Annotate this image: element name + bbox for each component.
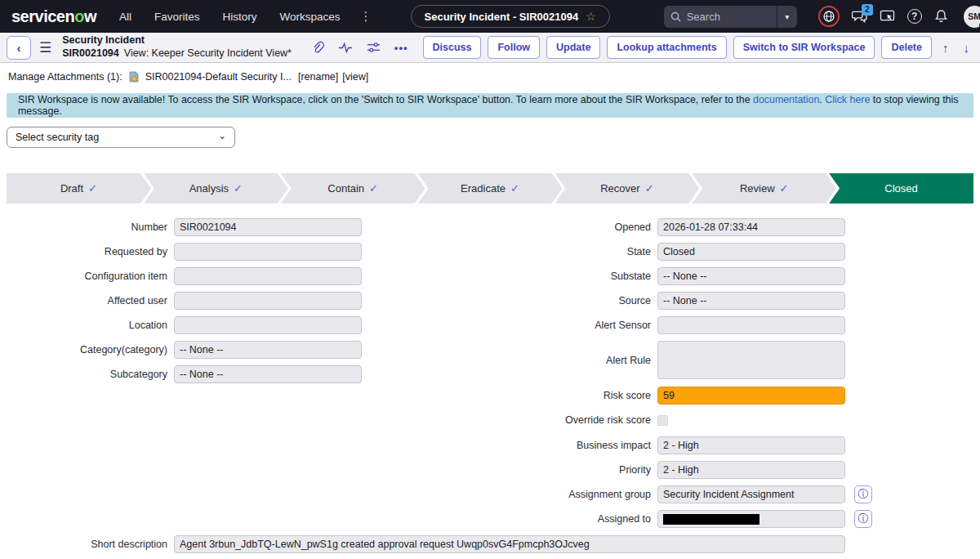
alert-rule-input[interactable] [657,341,845,379]
nav-item-all[interactable]: All [119,11,131,23]
user-avatar[interactable]: SM [964,6,980,28]
source-select[interactable]: -- None -- [657,292,845,310]
override-risk-score-checkbox[interactable] [657,415,668,426]
requested-by-input[interactable] [174,243,362,261]
number-input[interactable]: SIR0021094 [174,218,362,236]
field-label: Alert Sensor [490,320,651,331]
notifications-button[interactable] [934,9,948,24]
attachment-file-icon [128,71,140,83]
stage-label: Closed [884,182,917,195]
check-icon: ✓ [510,182,519,195]
record-number: SIR0021094 [62,47,119,59]
connect-chat-button[interactable]: 2 [852,10,867,24]
category-select[interactable]: -- None -- [174,341,362,359]
form-context-menu-icon[interactable]: ☰ [39,39,51,56]
current-record-pill[interactable]: Security Incident - SIR0021094 ☆ [411,5,610,28]
nav-item-workspaces[interactable]: Workspaces [280,11,341,23]
globe-icon [822,10,835,23]
more-options-icon[interactable]: ••• [394,42,408,54]
risk-score-input[interactable]: 59 [657,387,845,405]
back-button[interactable]: ‹ [7,36,31,60]
attachment-view-link[interactable]: [view] [342,71,368,83]
configuration-item-input[interactable] [174,267,362,285]
stage-review[interactable]: Review✓ [692,173,836,203]
discuss-button[interactable]: Discuss [423,36,482,59]
location-input[interactable] [174,316,362,334]
previous-record-icon[interactable]: ↑ [938,41,953,55]
follow-button[interactable]: Follow [488,36,540,59]
search-options-caret[interactable]: ▾ [777,6,797,28]
field-opened: Opened 2026-01-28 07:33:44 [490,218,980,236]
update-button[interactable]: Update [546,36,600,59]
stage-analysis[interactable]: Analysis✓ [144,173,288,203]
next-record-icon[interactable]: ↓ [960,41,974,55]
opened-input[interactable]: 2026-01-28 07:33:44 [657,218,845,236]
info-icon: ⓘ [858,487,869,502]
check-icon: ✓ [645,182,654,195]
help-button[interactable]: ? [907,9,922,24]
security-tag-select[interactable]: Select security tag ⌄ [7,127,235,148]
assigned-to-info-button[interactable]: ⓘ [854,510,872,528]
manage-attachments-row: Manage Attachments (1): SIR0021094-Defau… [0,63,980,90]
business-impact-select[interactable]: 2 - High [657,436,845,454]
lookup-attachments-button[interactable]: Lookup attachments [607,36,726,59]
activity-stream-icon[interactable] [338,42,353,54]
nav-item-favorites[interactable]: Favorites [154,11,200,23]
field-assignment-group: Assignment group Security Incident Assig… [490,485,980,503]
bell-icon [934,9,948,24]
stage-label: Eradicate [461,182,506,195]
click-here-link[interactable]: Click here [825,94,870,105]
check-icon: ✓ [369,182,378,195]
state-select[interactable]: Closed [657,243,845,261]
delete-button[interactable]: Delete [881,36,932,59]
form-left-column: Number SIR0021094 Requested by Configura… [0,218,490,390]
field-affected-user: Affected user [0,292,490,310]
documentation-link[interactable]: documentation [753,94,819,105]
field-number: Number SIR0021094 [0,218,490,236]
update-set-picker-highlight[interactable] [818,6,840,27]
field-label: Assigned to [490,513,651,525]
field-short-description: Short description Agent 3rbun_JdbTQ-LewN… [0,535,980,553]
stage-label: Draft [60,182,83,195]
virtual-agent-button[interactable] [880,10,895,23]
alert-sensor-input[interactable] [657,316,845,334]
stage-draft[interactable]: Draft✓ [7,173,151,203]
stage-recover[interactable]: Recover✓ [555,173,699,203]
favorite-star-icon[interactable]: ☆ [586,10,596,23]
sir-workspace-banner: SIR Workspace is now available! To acces… [7,93,973,118]
assignment-group-info-button[interactable]: ⓘ [854,485,872,503]
assigned-to-input[interactable] [657,510,845,528]
field-alert-sensor: Alert Sensor [490,316,980,334]
field-label: Category(category) [0,344,167,356]
attachment-file-name[interactable]: SIR0021094-Default Security I... [145,71,292,83]
view-label: View: Keeper Security Incident View* [124,47,292,59]
substate-select[interactable]: -- None -- [657,267,845,285]
nav-item-history[interactable]: History [223,11,257,23]
field-label: Number [0,221,167,233]
assignment-group-input[interactable]: Security Incident Assignment [657,485,845,503]
field-label: Substate [490,271,651,282]
affected-user-input[interactable] [174,292,362,310]
subcategory-select[interactable]: -- None -- [174,365,362,383]
switch-to-sir-workspace-button[interactable]: Switch to SIR Workspace [733,36,875,59]
short-description-input[interactable]: Agent 3rbun_JdbTQ-LewN_pwS1g created app… [174,535,845,553]
search-input[interactable] [687,11,768,23]
priority-select[interactable]: 2 - High [657,461,845,479]
field-state: State Closed [490,243,980,261]
personalize-form-icon[interactable] [367,42,381,54]
more-menus-icon[interactable]: ⋮ [360,9,373,24]
field-label: Location [0,320,167,331]
field-label: Alert Rule [490,355,651,366]
stage-closed-active[interactable]: Closed [829,173,973,203]
logo-green-o: o [74,7,84,25]
field-requested-by: Requested by [0,243,490,261]
top-nav-bar: servicenow All Favorites History Workspa… [0,0,980,33]
field-substate: Substate -- None -- [490,267,980,285]
servicenow-logo[interactable]: servicenow [11,7,96,26]
security-tag-selected-value: Select security tag [16,132,99,143]
attachment-rename-link[interactable]: [rename] [298,71,338,83]
stage-label: Analysis [189,182,229,195]
stage-contain[interactable]: Contain✓ [281,173,425,203]
paperclip-icon[interactable] [311,41,324,55]
stage-eradicate[interactable]: Eradicate✓ [418,173,563,203]
